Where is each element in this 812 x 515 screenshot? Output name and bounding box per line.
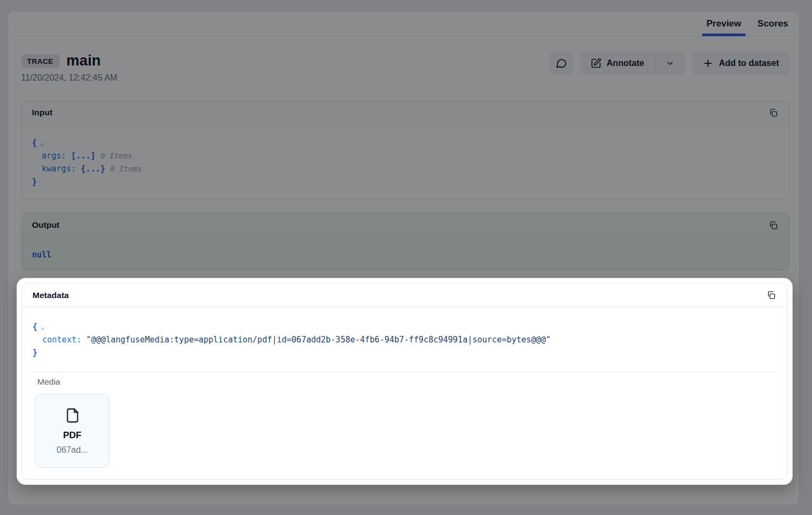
metadata-spotlight: Metadata {⌄ context: "@@@langfuseMedia:t… — [17, 278, 793, 485]
json-key-context: context: — [42, 335, 81, 345]
metadata-json: {⌄ context: "@@@langfuseMedia:type=appli… — [22, 307, 787, 359]
media-section: Media PDF 067ad... — [31, 372, 778, 468]
media-type-label: PDF — [63, 430, 82, 441]
media-id-label: 067ad... — [57, 445, 88, 455]
media-pdf-card[interactable]: PDF 067ad... — [35, 394, 110, 468]
file-icon — [64, 407, 81, 424]
metadata-panel: Metadata {⌄ context: "@@@langfuseMedia:t… — [22, 283, 788, 480]
metadata-copy-button[interactable] — [765, 289, 777, 301]
metadata-panel-title: Metadata — [32, 290, 69, 300]
json-open-brace: { — [32, 322, 37, 332]
media-section-label: Media — [31, 377, 778, 387]
json-context-value: "@@@langfuseMedia:type=application/pdf|i… — [86, 335, 551, 345]
copy-icon — [767, 290, 776, 300]
collapse-toggle-icon[interactable]: ⌄ — [40, 320, 45, 333]
json-close-brace: } — [32, 348, 37, 358]
